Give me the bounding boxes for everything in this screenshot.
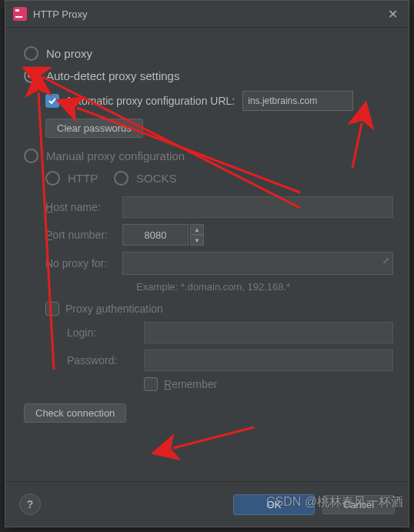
clear-passwords-button[interactable]: Clear passwords [45,119,143,138]
port-up-button[interactable]: ▲ [190,224,204,235]
port-down-button[interactable]: ▼ [190,235,204,246]
close-icon[interactable]: ✕ [385,7,401,22]
radio-icon [24,69,38,83]
noproxy-label: No proxy for: [45,257,122,269]
dialog-footer: ? OK Cancel [5,481,409,527]
remember-label: Remember [164,378,217,390]
manual-proxy-option[interactable]: Manual proxy configuration [24,149,393,163]
http-proxy-dialog: HTTP Proxy ✕ No proxy Auto-detect proxy … [5,0,409,527]
radio-icon [24,149,38,163]
manual-label: Manual proxy configuration [46,149,185,162]
checkbox-icon [45,302,59,316]
noproxy-hint: Example: *.domain.com, 192.168.* [136,281,393,293]
port-label: Port number: [45,229,122,241]
host-label: Host name: [45,201,122,213]
dialog-title: HTTP Proxy [33,8,385,20]
auto-detect-label: Auto-detect proxy settings [46,69,179,82]
expand-icon[interactable]: ⤢ [382,256,389,266]
password-label: Password: [67,354,144,366]
ok-button[interactable]: OK [233,494,315,515]
auto-detect-option[interactable]: Auto-detect proxy settings [24,69,393,83]
cancel-button[interactable]: Cancel [322,495,395,514]
port-input[interactable] [122,224,189,246]
remember-option[interactable]: Remember [144,377,393,391]
socks-type-label: SOCKS [136,172,177,185]
svg-rect-1 [15,9,19,12]
svg-rect-0 [13,7,27,21]
port-stepper[interactable]: ▲ ▼ [122,224,204,246]
socks-type-option[interactable] [114,171,129,186]
check-connection-button[interactable]: Check connection [24,403,126,423]
http-type-label: HTTP [68,172,114,185]
login-label: Login: [67,326,144,339]
app-icon [13,7,27,21]
radio-icon [24,46,38,61]
pac-url-input[interactable] [242,91,353,111]
proxy-auth-option[interactable]: Proxy authentication [45,302,393,316]
http-type-option[interactable] [45,171,60,186]
proxy-auth-label: Proxy authentication [65,303,163,315]
titlebar: HTTP Proxy ✕ [5,1,409,28]
svg-rect-2 [15,16,22,18]
checkbox-icon [45,94,59,108]
password-input[interactable] [144,350,393,371]
pac-url-label: Automatic proxy configuration URL: [65,95,235,107]
checkbox-icon [144,377,158,391]
no-proxy-label: No proxy [46,47,92,60]
host-input[interactable] [122,196,393,218]
login-input[interactable] [144,322,393,343]
dialog-body: No proxy Auto-detect proxy settings Auto… [5,28,409,429]
no-proxy-option[interactable]: No proxy [24,46,393,61]
help-button[interactable]: ? [19,494,41,515]
pac-url-option[interactable]: Automatic proxy configuration URL: [45,91,393,111]
noproxy-input[interactable]: ⤢ [122,252,393,275]
